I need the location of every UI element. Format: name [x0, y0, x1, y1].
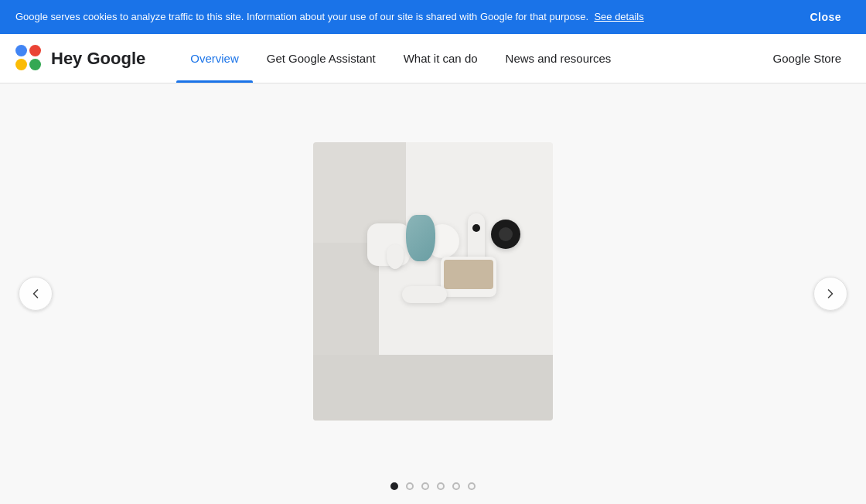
cookie-banner-text: Google serves cookies to analyze traffic…: [15, 10, 785, 24]
nav-item-overview[interactable]: Overview: [176, 34, 253, 83]
cookie-see-details-link[interactable]: See details: [594, 11, 643, 22]
dot-red: [29, 45, 41, 56]
header: Hey Google Overview Get Google Assistant…: [0, 34, 866, 83]
device-chromecast: [402, 286, 447, 303]
dot-yellow: [15, 59, 27, 70]
dot-indicator-1[interactable]: [390, 482, 398, 490]
chevron-left-icon: [28, 286, 43, 301]
carousel-next-button[interactable]: [813, 277, 847, 311]
device-hub: [441, 257, 496, 297]
device-cam: [491, 220, 520, 249]
cookie-text: Google serves cookies to analyze traffic…: [15, 11, 588, 22]
google-dots-logo: [15, 45, 43, 73]
carousel-container: [0, 83, 866, 504]
carousel-image-wrapper: [0, 83, 866, 472]
device-hub-screen: [444, 260, 493, 289]
dot-indicator-6[interactable]: [468, 482, 476, 490]
chevron-right-icon: [823, 286, 838, 301]
logo-text: Hey Google: [51, 49, 145, 69]
product-scene: [313, 142, 553, 421]
dot-indicator-5[interactable]: [452, 482, 460, 490]
main-content: [0, 83, 866, 504]
dot-indicator-3[interactable]: [421, 482, 429, 490]
dot-green: [29, 59, 41, 70]
main-nav: Overview Get Google Assistant What it ca…: [176, 34, 763, 83]
cookie-banner: Google serves cookies to analyze traffic…: [0, 0, 866, 34]
logo[interactable]: Hey Google: [15, 45, 145, 73]
nav-item-news-resources[interactable]: News and resources: [492, 34, 626, 83]
nav-item-what-it-can-do[interactable]: What it can do: [390, 34, 492, 83]
google-store-link[interactable]: Google Store: [764, 52, 851, 65]
dot-indicator-4[interactable]: [437, 482, 445, 490]
carousel-prev-button[interactable]: [19, 277, 53, 311]
dot-indicator-2[interactable]: [406, 482, 414, 490]
device-vase: [406, 215, 435, 261]
dot-blue: [15, 45, 27, 56]
nav-item-get-assistant[interactable]: Get Google Assistant: [253, 34, 390, 83]
dot-indicators: [390, 472, 476, 504]
cookie-close-button[interactable]: Close: [800, 8, 851, 26]
bottom-base: [313, 355, 553, 421]
device-sensor: [387, 244, 404, 269]
